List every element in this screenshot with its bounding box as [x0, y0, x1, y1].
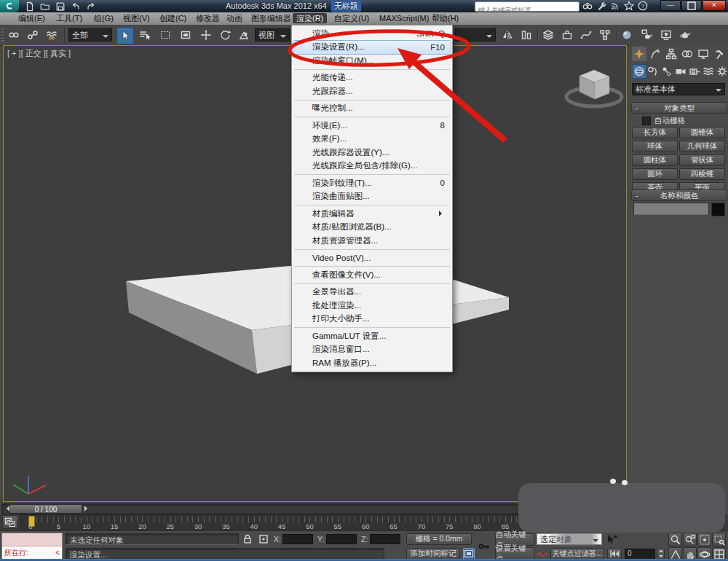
subtab-cameras[interactable]: [673, 64, 688, 79]
new-file-icon[interactable]: [25, 1, 35, 12]
mini-curve-editor-button[interactable]: [2, 515, 18, 529]
menubar-item[interactable]: 修改器: [192, 13, 223, 23]
menubar-item[interactable]: 帮助(H): [428, 13, 462, 23]
viewport-label[interactable]: [ + ][ 正交 ][ 真实 ]: [7, 48, 71, 59]
tab-create[interactable]: [632, 47, 646, 61]
render-menu-item[interactable]: 渲染曲面贴图...: [292, 190, 452, 204]
primitive-button[interactable]: 管状体: [679, 154, 725, 166]
subtab-systems[interactable]: [715, 64, 728, 79]
select-and-move-icon[interactable]: [198, 27, 214, 43]
subtab-shapes[interactable]: [646, 64, 660, 79]
toolbar-drag-handle[interactable]: [1, 28, 4, 42]
material-editor-icon[interactable]: [619, 27, 635, 43]
infocenter-search[interactable]: [475, 1, 579, 12]
set-key-button[interactable]: 设置关键点: [495, 547, 534, 560]
maxscript-mini-listener[interactable]: 所在行: <: [1, 533, 63, 560]
subtab-geometry[interactable]: [632, 64, 646, 79]
subtab-lights[interactable]: [660, 64, 674, 79]
menubar-item[interactable]: 视图(V): [119, 13, 154, 23]
menubar-item[interactable]: 图形编辑器: [248, 13, 295, 23]
tab-utilities[interactable]: [712, 47, 727, 61]
render-menu-item[interactable]: 渲染到纹理(T)...0: [292, 176, 452, 190]
redo-icon[interactable]: [86, 1, 96, 12]
close-button[interactable]: ✕: [703, 0, 726, 11]
minimize-button[interactable]: —: [660, 0, 681, 11]
render-menu-item[interactable]: 查看图像文件(V)...: [292, 268, 452, 282]
y-coord-field[interactable]: [326, 534, 357, 544]
selection-filter-dropdown[interactable]: 全部: [68, 28, 112, 42]
select-flag-icon[interactable]: [606, 533, 617, 545]
key-mode-icon[interactable]: [537, 548, 548, 560]
tab-modify[interactable]: [648, 47, 662, 61]
rendered-frame-window-icon[interactable]: [658, 27, 674, 43]
render-menu-item[interactable]: 光能传递...: [292, 71, 452, 85]
maximize-button[interactable]: [681, 0, 702, 11]
render-production-icon[interactable]: [677, 27, 693, 43]
zoom-all-icon[interactable]: [683, 533, 697, 546]
layer-manager-icon[interactable]: [540, 27, 556, 43]
undo-icon[interactable]: [71, 1, 81, 12]
time-slider-handle[interactable]: 0 / 100: [9, 504, 82, 514]
zoom-icon[interactable]: [668, 533, 682, 546]
menubar-item[interactable]: 工具(T): [52, 13, 86, 23]
object-type-rollout[interactable]: -对象类型: [631, 102, 727, 114]
object-name-field[interactable]: [633, 203, 709, 215]
menubar-item[interactable]: 创建(C): [156, 13, 190, 23]
primitive-button[interactable]: 四棱锥: [679, 168, 725, 180]
x-coord-field[interactable]: [282, 534, 313, 544]
autogrid-checkbox[interactable]: 自动栅格: [642, 116, 685, 126]
subtab-space-warps[interactable]: [701, 64, 716, 79]
absolute-mode-icon[interactable]: [258, 533, 269, 545]
render-menu-item[interactable]: 材质资源管理器...: [292, 234, 452, 248]
render-menu-item[interactable]: 光跟踪器...: [292, 85, 452, 98]
zoom-region-icon[interactable]: [712, 533, 726, 546]
bind-to-space-warp-icon[interactable]: [44, 27, 60, 43]
object-color-swatch[interactable]: [711, 203, 725, 216]
render-menu-item[interactable]: 批处理渲染...: [292, 299, 452, 313]
name-color-rollout[interactable]: -名称和颜色: [631, 189, 727, 201]
time-slider-track[interactable]: 0 / 100: [1, 503, 521, 514]
primitive-button[interactable]: 几何球体: [679, 141, 725, 152]
named-selection-sets-dropdown[interactable]: [455, 28, 496, 42]
primitive-button[interactable]: 球体: [632, 141, 678, 152]
z-coord-field[interactable]: [370, 534, 400, 544]
render-menu-item[interactable]: 渲染Shift+Q: [292, 27, 452, 41]
render-menu-item[interactable]: 光线跟踪全局包含/排除(G)...: [292, 160, 452, 173]
tab-motion[interactable]: [680, 47, 695, 61]
menubar-item[interactable]: MAXScript(M): [376, 13, 432, 23]
render-menu-item[interactable]: 曝光控制...: [292, 102, 452, 116]
next-frame-arrow[interactable]: [84, 506, 90, 511]
unlink-selection-icon[interactable]: [25, 27, 41, 43]
graphite-modeling-icon[interactable]: [559, 27, 575, 43]
name-input[interactable]: [634, 204, 711, 216]
zoom-extents-icon[interactable]: [697, 533, 711, 546]
primitive-button[interactable]: 圆环: [632, 168, 678, 180]
render-menu-item[interactable]: 效果(F)...: [292, 133, 452, 146]
listener-script-line[interactable]: 所在行: <: [2, 546, 62, 559]
track-bar-ruler[interactable]: 0510152025303540455055606570758085: [20, 514, 521, 532]
current-frame-field[interactable]: 0: [625, 549, 655, 560]
select-and-scale-icon[interactable]: [236, 27, 252, 43]
render-menu-item[interactable]: Video Post(V)...: [292, 251, 452, 265]
schematic-view-icon[interactable]: [597, 27, 613, 43]
render-menu-item[interactable]: Gamma/LUT 设置...: [292, 329, 452, 343]
select-object-button[interactable]: [116, 27, 134, 44]
tab-display[interactable]: [696, 47, 711, 61]
add-time-tag-button[interactable]: 添加时间标记: [406, 548, 460, 560]
window-crossing-icon[interactable]: [178, 27, 194, 43]
help-icon[interactable]: ?: [638, 1, 648, 11]
render-menu-item[interactable]: 渲染消息窗口...: [292, 343, 452, 357]
menubar-item[interactable]: 组(G): [90, 13, 117, 23]
menubar-item[interactable]: 自定义(U): [331, 13, 373, 23]
save-icon[interactable]: [55, 1, 66, 12]
select-by-name-icon[interactable]: [137, 27, 153, 43]
search-binoculars-icon[interactable]: [582, 1, 593, 11]
checkbox-box[interactable]: [642, 117, 651, 125]
selection-lock-icon[interactable]: [242, 533, 253, 545]
key-filters-button[interactable]: 关键点过滤器...: [550, 548, 604, 560]
curve-editor-icon[interactable]: [578, 27, 594, 43]
select-and-link-icon[interactable]: [6, 27, 22, 43]
render-menu-item[interactable]: 打印大小助手...: [292, 313, 452, 326]
menubar-item[interactable]: 渲染(R): [293, 13, 327, 23]
communication-center-icon[interactable]: [610, 1, 620, 11]
